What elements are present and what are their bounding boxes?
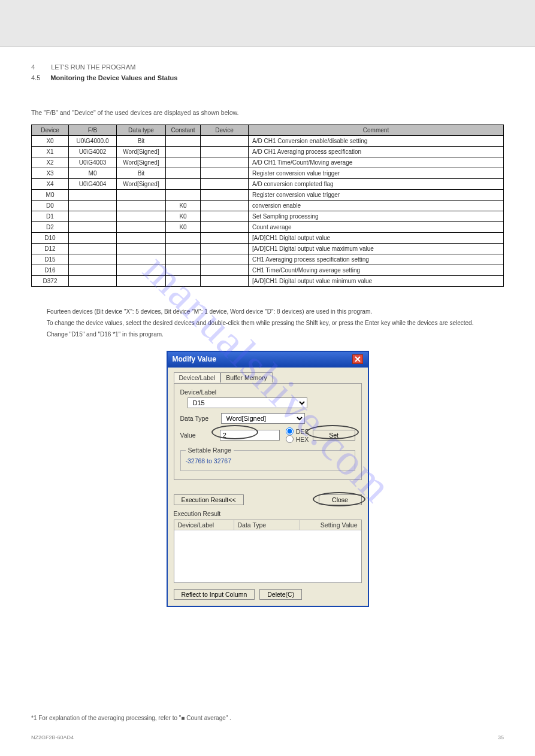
- tab-device-label[interactable]: Device/Label: [174, 372, 221, 382]
- modify-value-dialog: Modify Value Device/Label Buffer Memory …: [167, 351, 369, 607]
- table-cell: U0\G4002: [69, 147, 117, 157]
- table-row: X4U0\G4004Word[Signed]A/D conversion com…: [32, 179, 504, 190]
- table-cell: [201, 157, 249, 168]
- table-cell: [69, 244, 117, 254]
- grid-col-device: Device/Label: [174, 520, 234, 530]
- execution-result-toggle[interactable]: Execution Result<<: [174, 494, 244, 505]
- footnote-text: *1 For explanation of the averaging proc…: [31, 715, 231, 721]
- table-cell: D12: [32, 244, 69, 254]
- table-cell: [69, 265, 117, 276]
- table-cell: A/D CH1 Time/Count/Moving average: [249, 157, 504, 168]
- table-cell: [117, 201, 166, 211]
- delete-button[interactable]: Delete(C): [259, 589, 302, 600]
- table-row: M0Register conversion value trigger: [32, 190, 504, 201]
- table-cell: [117, 190, 166, 201]
- table-cell: U0\G4004: [69, 179, 117, 190]
- table-cell: [201, 211, 249, 222]
- range-legend: Settable Range: [186, 447, 234, 454]
- table-cell: Word[Signed]: [117, 179, 166, 190]
- table-cell: [69, 201, 117, 211]
- intro-paragraph: The "F/B" and "Device" of the used devic…: [31, 109, 504, 116]
- chapter-breadcrumb: 4 LET'S RUN THE PROGRAM: [31, 63, 504, 71]
- table-cell: D372: [32, 276, 69, 287]
- table-cell: Count average: [249, 222, 504, 233]
- close-icon[interactable]: [352, 354, 363, 364]
- table-cell: D10: [32, 233, 69, 244]
- set-button[interactable]: Set: [313, 430, 355, 441]
- table-row: X3M0BitRegister conversion value trigger: [32, 168, 504, 179]
- chapter-title: LET'S RUN THE PROGRAM: [51, 63, 135, 71]
- table-cell: [A/D]CH1 Digital output value: [249, 233, 504, 244]
- radix-radio-group: DEC HEX: [286, 427, 309, 443]
- table-cell: [201, 190, 249, 201]
- table-cell: X0: [32, 136, 69, 147]
- table-cell: [117, 211, 166, 222]
- table-cell: [201, 244, 249, 254]
- tab-buffer-memory[interactable]: Buffer Memory: [220, 372, 273, 382]
- table-cell: [166, 147, 201, 157]
- explanation-line-3: Change "D15" and "D16 *1" in this progra…: [47, 330, 504, 339]
- table-cell: X1: [32, 147, 69, 157]
- table-cell: [166, 276, 201, 287]
- table-cell: [201, 222, 249, 233]
- table-row: D2K0Count average: [32, 222, 504, 233]
- page-content: 4 LET'S RUN THE PROGRAM 4.5 Monitoring t…: [0, 47, 535, 607]
- table-cell: [69, 222, 117, 233]
- dialog-titlebar[interactable]: Modify Value: [167, 351, 369, 366]
- settable-range-group: Settable Range -32768 to 32767: [180, 447, 355, 471]
- footer-left: NZ2GF2B-60AD4: [31, 734, 74, 740]
- table-row: X1U0\G4002Word[Signed]A/D CH1 Averaging …: [32, 147, 504, 157]
- col-datatype: Data type: [117, 125, 166, 136]
- explanation-line-1: Fourteen devices (Bit device "X": 5 devi…: [47, 307, 504, 316]
- table-row: D16CH1 Time/Count/Moving average setting: [32, 265, 504, 276]
- chapter-number: 4: [31, 63, 35, 71]
- table-cell: [69, 190, 117, 201]
- table-cell: U0\G4003: [69, 157, 117, 168]
- table-cell: M0: [32, 190, 69, 201]
- radio-dec[interactable]: DEC: [286, 427, 309, 435]
- col-constant: Constant: [166, 125, 201, 136]
- table-cell: [69, 254, 117, 265]
- table-cell: [166, 254, 201, 265]
- radio-hex-input[interactable]: [286, 435, 294, 443]
- table-row: X2U0\G4003Word[Signed]A/D CH1 Time/Count…: [32, 157, 504, 168]
- table-cell: A/D CH1 Averaging process specification: [249, 147, 504, 157]
- table-cell: [201, 179, 249, 190]
- reflect-to-input-button[interactable]: Reflect to Input Column: [174, 589, 255, 600]
- table-cell: [166, 244, 201, 254]
- table-cell: M0: [69, 168, 117, 179]
- table-cell: U0\G4000.0: [69, 136, 117, 147]
- table-cell: D0: [32, 201, 69, 211]
- explanation-block: Fourteen devices (Bit device "X": 5 devi…: [31, 307, 504, 339]
- col-fb: F/B: [69, 125, 117, 136]
- device-table: Device F/B Data type Constant Device Com…: [31, 125, 504, 287]
- table-cell: [166, 233, 201, 244]
- table-cell: [201, 168, 249, 179]
- tab-panel: Device/Label D15 Data Type Word[Signed] …: [174, 383, 362, 480]
- table-cell: [166, 136, 201, 147]
- close-button[interactable]: Close: [319, 494, 362, 505]
- col-device: Device: [32, 125, 69, 136]
- col-comment: Comment: [249, 125, 504, 136]
- col-device2: Device: [201, 125, 249, 136]
- value-input[interactable]: [220, 430, 280, 441]
- explanation-line-2: To change the device values, select the …: [47, 318, 504, 327]
- table-cell: X2: [32, 157, 69, 168]
- table-cell: [117, 254, 166, 265]
- table-cell: [201, 147, 249, 157]
- table-cell: D15: [32, 254, 69, 265]
- dialog-body: Device/Label Buffer Memory Device/Label …: [167, 366, 369, 607]
- table-cell: [117, 233, 166, 244]
- radio-dec-input[interactable]: [286, 427, 294, 435]
- data-type-select[interactable]: Word[Signed]: [221, 413, 305, 424]
- radio-hex[interactable]: HEX: [286, 435, 309, 443]
- table-cell: [201, 136, 249, 147]
- device-label-select[interactable]: D15: [188, 397, 307, 408]
- table-cell: [201, 201, 249, 211]
- table-cell: conversion enable: [249, 201, 504, 211]
- table-cell: A/D conversion completed flag: [249, 179, 504, 190]
- table-cell: A/D CH1 Conversion enable/disable settin…: [249, 136, 504, 147]
- result-grid-header: Device/Label Data Type Setting Value: [174, 520, 361, 530]
- execution-result-label: Execution Result: [174, 510, 362, 517]
- table-cell: Set Sampling processing: [249, 211, 504, 222]
